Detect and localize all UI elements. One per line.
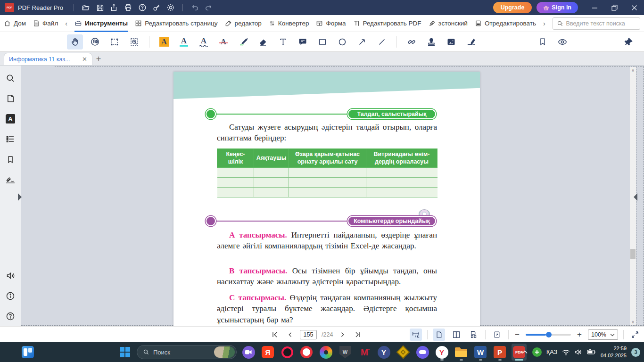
menu-scroll-right-icon[interactable]: › [543,20,545,27]
search-highlight-image[interactable] [214,346,235,358]
freehand-pen-icon[interactable] [235,34,251,49]
continuous-view-icon[interactable] [468,329,480,341]
highlight-tool-icon[interactable]: A [156,34,172,49]
tab-close-icon[interactable]: ✕ [82,56,87,63]
zoom-out-button[interactable]: − [514,330,520,339]
single-page-view-icon[interactable] [433,329,445,341]
minimize-button[interactable] [585,0,604,15]
share-icon[interactable] [107,1,121,14]
menu-tools[interactable]: Инструменты [74,15,128,32]
opera-gx-icon[interactable] [280,344,295,361]
panel-thumbnails-icon[interactable] [4,92,17,105]
menu-file[interactable]: Файл [33,15,58,32]
photos-app-icon[interactable] [318,344,333,361]
hand-tool-icon[interactable] [67,34,83,49]
collapse-panel-arrow[interactable] [634,193,637,201]
text-tool-icon[interactable] [275,34,291,49]
games-app-icon[interactable] [415,344,430,361]
menu-estonian[interactable]: эстонский [429,15,468,32]
world-of-tanks-icon[interactable]: W [338,344,353,361]
m-app-icon[interactable]: М̂ [357,344,372,361]
opera-icon[interactable] [299,344,314,361]
yandex-browser-icon[interactable]: Y [434,344,449,361]
scrollbar-thumb[interactable] [630,249,636,259]
redo-icon[interactable] [202,1,216,14]
panel-outline-icon[interactable] [4,133,17,145]
widgets-icon[interactable] [22,346,34,358]
scroll-up-arrow[interactable]: ∧ [630,67,636,74]
key-icon[interactable] [149,1,164,14]
menu-search-box[interactable] [553,17,640,30]
menu-redact[interactable]: Отредактировать [475,15,536,32]
signature-tool-icon[interactable] [463,34,479,49]
menu-edit-page[interactable]: Редактировать страницу [135,15,217,32]
circle-tool-icon[interactable] [334,34,350,49]
document-tab[interactable]: Информатика 11 каз... ✕ [4,53,92,65]
line-tool-icon[interactable] [374,34,390,49]
close-button[interactable] [624,0,644,15]
open-file-icon[interactable] [79,1,93,14]
zoom-in-button[interactable]: + [576,330,583,339]
menu-converter[interactable]: Конвертер [269,15,309,32]
menu-scroll-left-icon[interactable]: ‹ [65,20,67,27]
keyboard-layout[interactable]: ҚАЗ [546,349,557,355]
fit-width-icon[interactable] [410,329,422,341]
stamp-tool-icon[interactable] [423,34,439,49]
image-tool-icon[interactable] [443,34,459,49]
rectangle-tool-icon[interactable] [314,34,330,49]
signin-button[interactable]: Sign in [537,2,578,13]
word-icon[interactable]: W [473,344,488,361]
menu-home[interactable]: Дом [4,15,26,32]
squiggly-tool-icon[interactable]: A [196,34,212,49]
help-circle-icon[interactable] [4,310,17,322]
panel-signature-icon[interactable] [4,173,17,186]
restore-button[interactable] [604,0,624,15]
panel-annotations-icon[interactable]: A [4,113,17,125]
battery-icon[interactable] [587,349,596,355]
link-tool-icon[interactable] [404,34,420,49]
zoom-slider-knob[interactable] [546,332,552,337]
comment-tool-icon[interactable] [295,34,311,49]
notification-count-badge[interactable]: 3 [631,348,640,357]
last-page-icon[interactable] [353,329,363,340]
marquee-select-icon[interactable] [107,34,123,49]
panel-bookmarks-icon[interactable] [4,153,17,165]
powerpoint-icon[interactable]: P [492,344,507,361]
settings-gear-icon[interactable] [164,1,178,14]
help-icon[interactable] [135,1,149,14]
new-tab-button[interactable]: + [92,53,105,65]
info-icon[interactable] [4,290,17,302]
wifi-icon[interactable] [562,349,570,355]
preview-eye-icon[interactable] [554,34,570,49]
search-input[interactable] [566,20,632,27]
start-button[interactable] [117,344,132,361]
print-icon[interactable] [121,1,135,14]
goto-page-icon[interactable] [491,329,503,341]
bookmark-tool-icon[interactable] [535,34,551,49]
page-number-input[interactable] [300,330,317,339]
fullscreen-icon[interactable] [629,329,641,341]
antivirus-tray-icon[interactable] [532,347,542,357]
y-navy-app-icon[interactable]: Y [376,344,391,361]
menu-edit-pdf[interactable]: Редактировать PDF [353,15,421,32]
read-mode-icon[interactable] [87,34,103,49]
undo-icon[interactable] [188,1,202,14]
taskbar-search[interactable]: Поиск [137,345,237,359]
expand-panel-arrow[interactable] [18,193,22,201]
scroll-down-arrow[interactable]: ∨ [630,319,636,325]
previous-page-icon[interactable] [285,329,295,340]
gold-crest-app-icon[interactable] [396,344,411,361]
next-page-icon[interactable] [338,329,348,340]
volume-icon[interactable] [575,349,582,355]
eraser-icon[interactable] [255,34,271,49]
first-page-icon[interactable] [270,329,280,340]
upgrade-button[interactable]: Upgrade [493,2,532,13]
file-explorer-icon[interactable] [454,344,469,361]
chat-app-icon[interactable] [241,344,256,361]
yandex-app-icon[interactable]: Я [260,344,275,361]
underline-tool-icon[interactable]: A [176,34,192,49]
strikethrough-tool-icon[interactable]: A [215,34,231,49]
clock[interactable]: 22:59 04.02.2025 [601,345,627,359]
pin-toolbar-icon[interactable] [620,34,636,49]
save-icon[interactable] [93,1,107,14]
